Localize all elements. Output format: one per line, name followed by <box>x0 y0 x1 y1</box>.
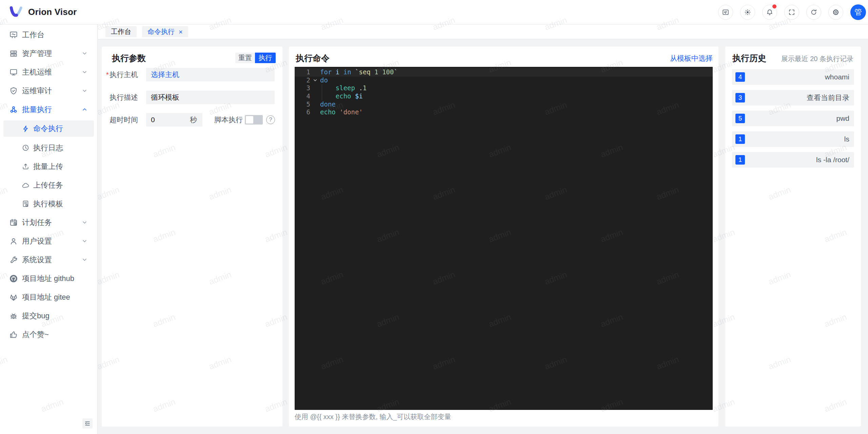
settings-button[interactable] <box>828 5 843 20</box>
sidebar: 工作台资产管理主机运维运维审计批量执行命令执行执行日志批量上传上传任务执行模板计… <box>0 24 98 434</box>
sidebar-item-system-settings[interactable]: 系统设置 <box>0 250 97 269</box>
host-field-label: *执行主机 <box>102 70 138 79</box>
history-count-badge: 1 <box>735 134 745 144</box>
line-number: 1 <box>295 68 310 76</box>
sidebar-item-exec-template[interactable]: 执行模板 <box>0 194 97 213</box>
exec-command-panel: 执行命令 从模板中选择 1for i in `seq 1 100`2do3 sl… <box>289 46 718 427</box>
sidebar-item-upload-task[interactable]: 上传任务 <box>0 176 97 194</box>
host-select-field[interactable]: 选择主机 <box>146 68 275 81</box>
sidebar-item-label: 项目地址 gitee <box>22 292 70 302</box>
gear-icon <box>832 8 840 16</box>
sidebar-item-label: 计划任务 <box>22 218 52 228</box>
select-from-template-link[interactable]: 从模板中选择 <box>670 54 713 63</box>
sidebar-item-user-settings[interactable]: 用户设置 <box>0 232 97 250</box>
wrench-icon <box>9 256 18 264</box>
sidebar-item-batch-exec[interactable]: 批量执行 <box>0 100 97 119</box>
script-exec-help-icon[interactable]: ? <box>266 115 275 124</box>
sidebar-collapse-button[interactable] <box>82 418 93 429</box>
history-command: whoami <box>825 73 849 81</box>
sidebar-item-label: 批量上传 <box>33 162 63 172</box>
reset-button[interactable]: 重置 <box>235 53 255 63</box>
desc-input[interactable]: 循环模板 <box>146 91 275 104</box>
history-item[interactable]: 4whoami <box>732 69 854 85</box>
toggle-knob <box>246 116 253 124</box>
sidebar-item-label: 执行模板 <box>33 199 63 209</box>
orion-visor-logo-icon <box>9 6 23 18</box>
code-text: echo $i <box>320 92 363 100</box>
refresh-button[interactable] <box>806 5 821 20</box>
refresh-icon <box>810 8 817 16</box>
sidebar-item-label: 点个赞~ <box>22 329 49 340</box>
timeout-field-label: 超时时间 <box>102 115 138 125</box>
user-avatar[interactable]: 管 <box>850 4 866 20</box>
desc-field-label: 执行描述 <box>102 93 138 102</box>
exec-history-subtitle: 展示最近 20 条执行记录 <box>781 54 853 63</box>
workbench-icon <box>9 31 18 39</box>
history-item[interactable]: 5pwd <box>732 111 854 126</box>
tab-label: 命令执行 <box>147 27 175 36</box>
execute-button[interactable]: 执行 <box>255 53 276 63</box>
line-number: 6 <box>295 108 310 116</box>
history-command: 查看当前目录 <box>807 93 849 102</box>
shield-icon <box>9 87 18 95</box>
sidebar-item-host-ops[interactable]: 主机运维 <box>0 63 97 81</box>
sidebar-item-workbench[interactable]: 工作台 <box>0 25 97 44</box>
sidebar-item-github[interactable]: 项目地址 github <box>0 269 97 288</box>
history-item[interactable]: 1ls <box>732 131 854 147</box>
tab-close-icon[interactable]: × <box>179 29 183 35</box>
exec-command-title: 执行命令 <box>296 53 330 64</box>
chevron-down-icon <box>82 70 87 75</box>
code-line-5: 5done <box>295 100 713 109</box>
line-number: 2 <box>295 76 310 84</box>
code-text: for i in `seq 1 100` <box>320 68 398 76</box>
sidebar-item-label: 批量执行 <box>22 105 52 115</box>
host-select-trigger[interactable]: 选择主机 <box>151 70 179 79</box>
tab-命令执行[interactable]: 命令执行× <box>142 26 188 37</box>
sidebar-item-ops-audit[interactable]: 运维审计 <box>0 81 97 100</box>
calendar-icon <box>9 218 18 227</box>
timeout-input[interactable]: 0 秒 <box>146 113 202 127</box>
fold-chevron-icon[interactable] <box>310 76 320 84</box>
user-icon <box>9 237 18 246</box>
code-text: sleep .1 <box>320 84 367 92</box>
sidebar-item-report-bug[interactable]: 提交bug <box>0 306 97 325</box>
chevron-down-icon <box>82 257 87 262</box>
sidebar-item-gitee[interactable]: 项目地址 gitee <box>0 288 97 306</box>
theme-button[interactable] <box>740 5 755 20</box>
history-item[interactable]: 1ls -la /root/ <box>732 152 854 168</box>
lightning-icon <box>22 125 29 133</box>
assets-icon <box>9 49 18 58</box>
fold-gutter <box>310 100 320 109</box>
code-button[interactable] <box>718 5 733 20</box>
exec-params-actions: 重置 执行 <box>235 53 276 63</box>
history-count-badge: 1 <box>735 155 745 165</box>
exec-params-panel: 执行参数 重置 执行 *执行主机 选择主机 执行描述 循环模板 超时时间 0 秒 <box>102 46 282 427</box>
template-icon <box>22 200 29 208</box>
sidebar-item-batch-upload[interactable]: 批量上传 <box>0 157 97 176</box>
sidebar-item-cmd-exec[interactable]: 命令执行 <box>3 120 94 137</box>
fullscreen-button[interactable] <box>784 5 799 20</box>
code-line-4: 4 echo $i <box>295 92 713 100</box>
app-title: Orion Visor <box>28 7 77 17</box>
sidebar-item-assets[interactable]: 资产管理 <box>0 44 97 63</box>
sidebar-item-like[interactable]: 点个赞~ <box>0 325 97 344</box>
desc-field-row: 执行描述 循环模板 <box>102 91 275 104</box>
history-item[interactable]: 3查看当前目录 <box>732 90 854 106</box>
exec-history-title: 执行历史 <box>732 53 766 64</box>
sidebar-item-label: 主机运维 <box>22 67 52 77</box>
notifications-button[interactable] <box>762 5 777 20</box>
exec-history-header: 执行历史 展示最近 20 条执行记录 <box>725 46 861 69</box>
host-field-row: *执行主机 选择主机 <box>102 68 275 81</box>
sidebar-item-exec-log[interactable]: 执行日志 <box>0 138 97 157</box>
tab-bar: 工作台命令执行× <box>98 24 868 39</box>
script-exec-toggle[interactable] <box>245 115 263 125</box>
code-icon <box>722 8 729 16</box>
clock-icon <box>22 144 29 152</box>
sidebar-item-schedule-task[interactable]: 计划任务 <box>0 213 97 232</box>
command-code-editor[interactable]: 1for i in `seq 1 100`2do3 sleep .14 echo… <box>295 67 713 410</box>
code-text: done <box>320 100 336 109</box>
exec-command-header: 执行命令 从模板中选择 <box>289 46 718 64</box>
tab-工作台[interactable]: 工作台 <box>105 26 137 37</box>
timeout-field-row: 超时时间 0 秒 脚本执行 ? <box>102 113 275 127</box>
sidebar-item-label: 项目地址 github <box>22 273 74 284</box>
